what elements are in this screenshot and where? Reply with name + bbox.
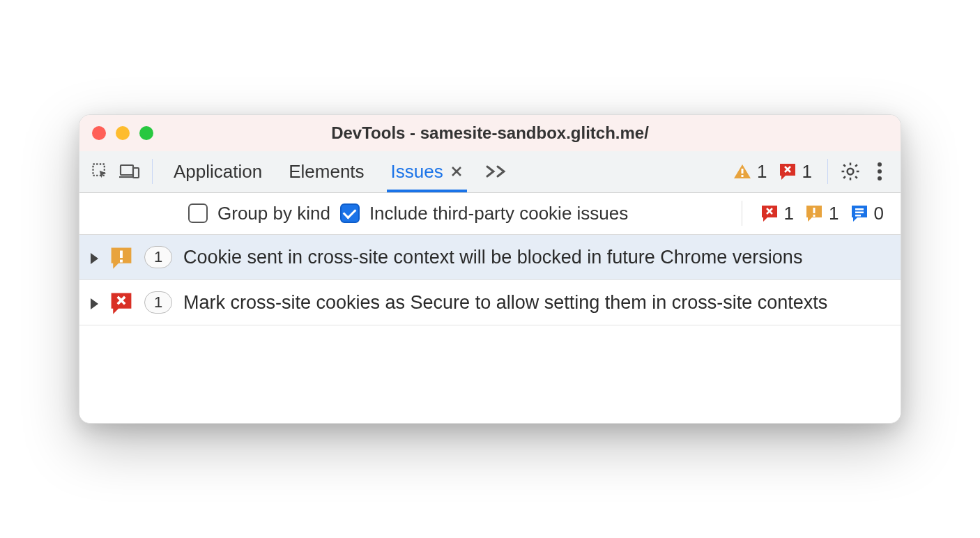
close-window-button[interactable] (92, 126, 106, 140)
main-toolbar: Application Elements Issues 1 (79, 151, 901, 193)
svg-rect-16 (120, 259, 123, 262)
device-toolbar-icon[interactable] (117, 159, 142, 184)
svg-rect-15 (120, 250, 123, 257)
error-speech-icon (109, 291, 133, 315)
error-speech-icon (760, 204, 779, 222)
settings-gear-icon[interactable] (838, 159, 863, 184)
tab-elements[interactable]: Elements (284, 151, 368, 192)
traffic-lights (92, 126, 153, 140)
group-by-kind-checkbox[interactable] (188, 203, 208, 223)
warning-speech-icon (109, 246, 133, 270)
warning-speech-icon (805, 204, 823, 222)
error-count: 1 (784, 203, 794, 224)
panel-tabs: Application Elements Issues (169, 151, 509, 192)
svg-rect-1 (121, 165, 133, 175)
kebab-menu-icon[interactable] (867, 159, 892, 184)
issue-count-badge: 1 (144, 291, 172, 314)
devtools-window: DevTools - samesite-sandbox.glitch.me/ A… (79, 114, 901, 424)
warning-triangle-icon (733, 163, 751, 180)
issue-title: Mark cross-site cookies as Secure to all… (183, 290, 827, 315)
svg-point-7 (878, 162, 882, 167)
include-third-party-checkbox[interactable] (340, 203, 360, 223)
separator (827, 159, 828, 184)
window-title: DevTools - samesite-sandbox.glitch.me/ (79, 123, 901, 143)
expand-triangle-icon[interactable] (91, 253, 98, 264)
issue-title: Cookie sent in cross-site context will b… (183, 245, 802, 270)
svg-rect-5 (742, 175, 744, 177)
expand-triangle-icon[interactable] (91, 298, 98, 309)
tab-label: Elements (289, 161, 364, 183)
toolbar-issue-counts[interactable]: 1 1 (733, 161, 818, 183)
error-count: 1 (802, 161, 812, 183)
svg-point-6 (848, 169, 854, 175)
svg-rect-4 (742, 169, 744, 174)
include-third-party-label: Include third-party cookie issues (369, 203, 628, 224)
titlebar: DevTools - samesite-sandbox.glitch.me/ (79, 115, 901, 151)
empty-area (79, 325, 901, 423)
minimize-window-button[interactable] (116, 126, 130, 140)
issues-list: 1 Cookie sent in cross-site context will… (79, 235, 901, 326)
warning-count: 1 (829, 203, 839, 224)
svg-rect-3 (133, 168, 139, 178)
issues-filter-bar: Group by kind Include third-party cookie… (79, 193, 901, 235)
tab-application[interactable]: Application (169, 151, 266, 192)
separator (152, 159, 153, 184)
more-tabs-button[interactable] (485, 151, 509, 192)
maximize-window-button[interactable] (139, 126, 153, 140)
separator (742, 201, 742, 226)
warning-count: 1 (757, 161, 767, 183)
error-speech-icon (779, 162, 797, 180)
tab-label: Issues (391, 161, 443, 183)
svg-rect-11 (813, 215, 816, 217)
inspect-element-icon[interactable] (88, 159, 113, 184)
info-count: 0 (874, 203, 884, 224)
group-by-kind-label: Group by kind (217, 203, 330, 224)
svg-rect-14 (855, 215, 861, 217)
issue-count-badge: 1 (144, 246, 172, 268)
issue-row[interactable]: 1 Mark cross-site cookies as Secure to a… (79, 280, 901, 325)
issue-row[interactable]: 1 Cookie sent in cross-site context will… (79, 235, 901, 280)
tab-issues[interactable]: Issues (387, 151, 467, 192)
svg-rect-10 (813, 208, 816, 213)
svg-rect-13 (855, 212, 864, 214)
info-speech-icon (850, 204, 868, 222)
svg-point-9 (878, 176, 882, 180)
svg-rect-12 (855, 208, 864, 210)
tab-label: Application (174, 161, 262, 183)
filterbar-counts: 1 1 0 (760, 203, 889, 224)
svg-point-8 (878, 169, 882, 174)
close-tab-icon[interactable] (450, 165, 463, 178)
